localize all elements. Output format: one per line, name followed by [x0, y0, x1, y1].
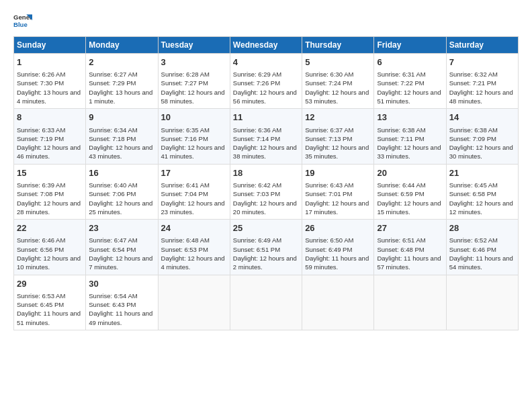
sunrise-text: Sunrise: 6:26 AM: [17, 71, 65, 78]
cell-content: 13 Sunrise: 6:38 AM Sunset: 7:11 PM Dayl…: [377, 111, 443, 161]
sunrise-text: Sunrise: 6:31 AM: [377, 71, 425, 78]
sunset-text: Sunset: 7:06 PM: [89, 190, 136, 197]
week-row-3: 15 Sunrise: 6:39 AM Sunset: 7:08 PM Dayl…: [14, 164, 519, 219]
day-number: 16: [89, 167, 154, 179]
calendar-cell: 11 Sunrise: 6:36 AM Sunset: 7:14 PM Dayl…: [230, 109, 302, 164]
cell-content: 9 Sunrise: 6:34 AM Sunset: 7:18 PM Dayli…: [89, 111, 154, 161]
daylight-text: Daylight: 12 hours and 33 minutes.: [377, 144, 441, 160]
sunrise-text: Sunrise: 6:36 AM: [233, 126, 281, 134]
sunset-text: Sunset: 6:58 PM: [449, 190, 496, 197]
sunset-text: Sunset: 7:04 PM: [161, 190, 208, 197]
sunset-text: Sunset: 6:51 PM: [233, 246, 280, 253]
calendar-cell: 15 Sunrise: 6:39 AM Sunset: 7:08 PM Dayl…: [14, 164, 86, 219]
cell-content: 5 Sunrise: 6:30 AM Sunset: 7:24 PM Dayli…: [305, 56, 371, 105]
day-number: 19: [305, 167, 371, 179]
sunset-text: Sunset: 7:14 PM: [233, 135, 280, 142]
cell-content: 11 Sunrise: 6:36 AM Sunset: 7:14 PM Dayl…: [233, 111, 299, 161]
cell-content: 20 Sunrise: 6:44 AM Sunset: 6:59 PM Dayl…: [377, 167, 443, 216]
sunset-text: Sunset: 6:54 PM: [89, 246, 136, 253]
day-number: 25: [233, 222, 299, 234]
sunrise-text: Sunrise: 6:34 AM: [89, 126, 137, 134]
sunrise-text: Sunrise: 6:46 AM: [17, 236, 65, 244]
sunset-text: Sunset: 7:03 PM: [233, 190, 280, 197]
calendar-cell: 25 Sunrise: 6:49 AM Sunset: 6:51 PM Dayl…: [230, 220, 302, 275]
sunset-text: Sunset: 7:01 PM: [305, 190, 352, 197]
sunset-text: Sunset: 6:45 PM: [17, 301, 64, 308]
header: General Blue: [13, 12, 519, 31]
calendar-cell: 20 Sunrise: 6:44 AM Sunset: 6:59 PM Dayl…: [374, 164, 446, 219]
calendar-cell: 13 Sunrise: 6:38 AM Sunset: 7:11 PM Dayl…: [374, 109, 446, 164]
daylight-text: Daylight: 12 hours and 35 minutes.: [305, 144, 369, 160]
calendar-table: SundayMondayTuesdayWednesdayThursdayFrid…: [13, 36, 519, 330]
calendar-cell: 22 Sunrise: 6:46 AM Sunset: 6:56 PM Dayl…: [14, 220, 86, 275]
calendar-cell: [446, 275, 518, 330]
daylight-text: Daylight: 12 hours and 15 minutes.: [377, 199, 441, 216]
cell-content: 17 Sunrise: 6:41 AM Sunset: 7:04 PM Dayl…: [161, 167, 227, 216]
calendar-cell: 5 Sunrise: 6:30 AM Sunset: 7:24 PM Dayli…: [302, 54, 374, 109]
page: General Blue SundayMondayTuesdayWednesda…: [0, 0, 532, 337]
calendar-cell: 14 Sunrise: 6:38 AM Sunset: 7:09 PM Dayl…: [446, 109, 518, 164]
daylight-text: Daylight: 12 hours and 23 minutes.: [161, 199, 225, 216]
day-number: 5: [305, 56, 371, 68]
sunset-text: Sunset: 6:48 PM: [377, 246, 424, 253]
day-number: 18: [233, 167, 299, 179]
week-row-2: 8 Sunrise: 6:33 AM Sunset: 7:19 PM Dayli…: [14, 109, 519, 164]
calendar-cell: 26 Sunrise: 6:50 AM Sunset: 6:49 PM Dayl…: [302, 220, 374, 275]
svg-text:Blue: Blue: [13, 21, 28, 28]
cell-content: 2 Sunrise: 6:27 AM Sunset: 7:29 PM Dayli…: [89, 56, 154, 105]
daylight-text: Daylight: 12 hours and 4 minutes.: [161, 255, 225, 271]
col-header-friday: Friday: [374, 37, 446, 54]
sunrise-text: Sunrise: 6:30 AM: [305, 71, 353, 78]
day-number: 6: [377, 56, 443, 68]
calendar-cell: 6 Sunrise: 6:31 AM Sunset: 7:22 PM Dayli…: [374, 54, 446, 109]
sunrise-text: Sunrise: 6:49 AM: [233, 236, 281, 244]
daylight-text: Daylight: 12 hours and 20 minutes.: [233, 199, 297, 216]
cell-content: 16 Sunrise: 6:40 AM Sunset: 7:06 PM Dayl…: [89, 167, 154, 216]
daylight-text: Daylight: 12 hours and 56 minutes.: [233, 89, 297, 105]
daylight-text: Daylight: 12 hours and 25 minutes.: [89, 199, 152, 216]
calendar-cell: 7 Sunrise: 6:32 AM Sunset: 7:21 PM Dayli…: [446, 54, 518, 109]
sunrise-text: Sunrise: 6:50 AM: [305, 236, 353, 244]
sunrise-text: Sunrise: 6:35 AM: [161, 126, 210, 134]
daylight-text: Daylight: 12 hours and 30 minutes.: [449, 144, 513, 160]
sunrise-text: Sunrise: 6:45 AM: [449, 181, 498, 189]
cell-content: 25 Sunrise: 6:49 AM Sunset: 6:51 PM Dayl…: [233, 222, 299, 271]
daylight-text: Daylight: 12 hours and 53 minutes.: [305, 89, 369, 105]
sunrise-text: Sunrise: 6:53 AM: [17, 292, 65, 300]
sunrise-text: Sunrise: 6:29 AM: [233, 71, 281, 78]
sunset-text: Sunset: 7:16 PM: [161, 135, 208, 142]
day-number: 13: [377, 111, 443, 124]
week-row-1: 1 Sunrise: 6:26 AM Sunset: 7:30 PM Dayli…: [14, 54, 519, 109]
cell-content: 24 Sunrise: 6:48 AM Sunset: 6:53 PM Dayl…: [161, 222, 227, 271]
calendar-cell: 16 Sunrise: 6:40 AM Sunset: 7:06 PM Dayl…: [86, 164, 158, 219]
cell-content: 21 Sunrise: 6:45 AM Sunset: 6:58 PM Dayl…: [449, 167, 515, 216]
col-header-saturday: Saturday: [446, 37, 518, 54]
daylight-text: Daylight: 12 hours and 43 minutes.: [89, 144, 152, 160]
day-number: 11: [233, 111, 299, 124]
calendar-cell: 30 Sunrise: 6:54 AM Sunset: 6:43 PM Dayl…: [86, 275, 158, 330]
sunset-text: Sunset: 6:59 PM: [377, 190, 424, 197]
sunset-text: Sunset: 7:30 PM: [17, 79, 64, 87]
sunset-text: Sunset: 7:26 PM: [233, 79, 280, 87]
day-number: 7: [449, 56, 515, 68]
calendar-cell: [374, 275, 446, 330]
calendar-cell: 3 Sunrise: 6:28 AM Sunset: 7:27 PM Dayli…: [158, 54, 230, 109]
col-header-wednesday: Wednesday: [230, 37, 302, 54]
calendar-cell: 19 Sunrise: 6:43 AM Sunset: 7:01 PM Dayl…: [302, 164, 374, 219]
col-header-sunday: Sunday: [14, 37, 86, 54]
cell-content: 18 Sunrise: 6:42 AM Sunset: 7:03 PM Dayl…: [233, 167, 299, 216]
cell-content: 23 Sunrise: 6:47 AM Sunset: 6:54 PM Dayl…: [89, 222, 154, 271]
sunrise-text: Sunrise: 6:41 AM: [161, 181, 210, 189]
sunrise-text: Sunrise: 6:33 AM: [17, 126, 65, 134]
logo-icon: General Blue: [13, 12, 32, 31]
sunrise-text: Sunrise: 6:54 AM: [89, 292, 137, 300]
day-number: 12: [305, 111, 371, 124]
cell-content: 7 Sunrise: 6:32 AM Sunset: 7:21 PM Dayli…: [449, 56, 515, 105]
calendar-cell: 28 Sunrise: 6:52 AM Sunset: 6:46 PM Dayl…: [446, 220, 518, 275]
sunrise-text: Sunrise: 6:51 AM: [377, 236, 425, 244]
day-number: 20: [377, 167, 443, 179]
sunset-text: Sunset: 7:21 PM: [449, 79, 496, 87]
day-number: 23: [89, 222, 154, 234]
calendar-cell: 27 Sunrise: 6:51 AM Sunset: 6:48 PM Dayl…: [374, 220, 446, 275]
day-number: 26: [305, 222, 371, 234]
